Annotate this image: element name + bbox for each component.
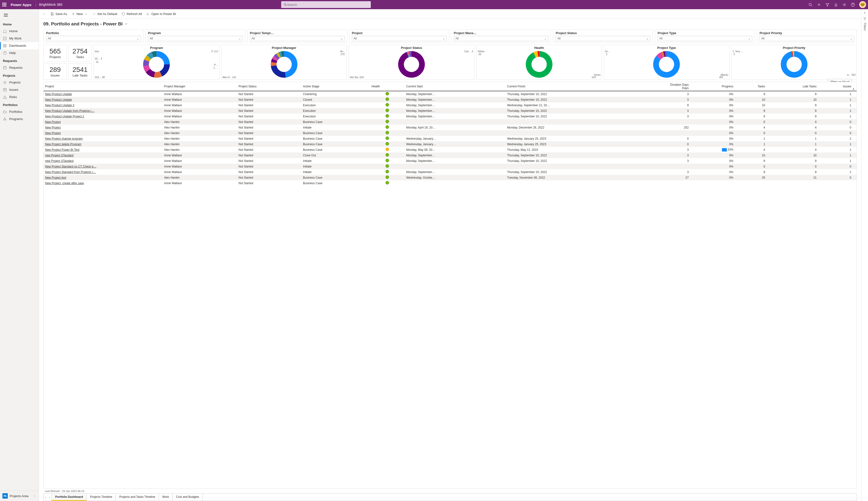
chart-project-manager[interactable]: Project ManagerAn…276Alex H…141 bbox=[221, 45, 347, 80]
project-link[interactable]: New Project Standard from Projects (… bbox=[45, 170, 96, 174]
column-header[interactable]: Tasks bbox=[735, 82, 766, 91]
table-row[interactable]: new Project STandardAnne WallaceNot Star… bbox=[44, 152, 857, 158]
table-row[interactable]: New ProjectAlex HankinNot StartedBusines… bbox=[44, 119, 857, 125]
chart-project-type[interactable]: Project TypeIm…3(Blank)491 bbox=[604, 45, 730, 80]
save-as-button[interactable]: Save As bbox=[50, 12, 67, 16]
project-link[interactable]: New Project test bbox=[45, 176, 66, 179]
sidebar-item-portfolios[interactable]: Portfolios bbox=[0, 108, 39, 116]
table-row[interactable]: New Project, create after saveAnne Walla… bbox=[44, 180, 857, 186]
project-link[interactable]: New Project delete Program bbox=[45, 142, 81, 146]
table-row[interactable]: New ProjectAlex HankinNot StartedInitiat… bbox=[44, 125, 857, 130]
hamburger-icon[interactable] bbox=[0, 10, 39, 20]
project-link[interactable]: New Project, create after save bbox=[45, 182, 84, 185]
tab-projects-timeline[interactable]: Projects Timeline bbox=[87, 494, 116, 501]
column-header[interactable]: Project Status bbox=[237, 82, 302, 91]
waffle-icon[interactable] bbox=[2, 2, 7, 7]
table-row[interactable]: New Project testAlex HankinNot StartedBu… bbox=[44, 175, 857, 180]
sidebar-item-help[interactable]: Help bbox=[0, 49, 39, 57]
chart-project-priority[interactable]: Project Priority1. Very …3a… 552 bbox=[731, 45, 857, 80]
global-search[interactable] bbox=[281, 1, 371, 8]
slicer-dropdown[interactable]: All⌄ bbox=[148, 36, 243, 41]
project-link[interactable]: New Product Update 3 bbox=[45, 104, 74, 107]
project-link[interactable]: New Product Update Project 2 bbox=[45, 115, 84, 118]
column-header[interactable]: Active Stage bbox=[302, 82, 370, 91]
filters-pane-collapsed[interactable]: Filters bbox=[861, 9, 868, 501]
table-row[interactable]: new Project STandardAnne WallaceNot Star… bbox=[44, 158, 857, 163]
tab-cost-and-budgets[interactable]: Cost and Budgets bbox=[173, 494, 203, 501]
column-header[interactable]: Issues bbox=[818, 82, 853, 91]
sidebar-item-risks[interactable]: Risks bbox=[0, 94, 39, 101]
slicer-dropdown[interactable]: All⌄ bbox=[760, 36, 854, 41]
chart-project-status[interactable]: Project StatusCan… 3Not Sta…528 bbox=[349, 45, 474, 80]
column-header[interactable]: Project bbox=[44, 82, 163, 91]
project-link[interactable]: new Project STandard bbox=[45, 159, 73, 163]
project-link[interactable]: New Project bbox=[45, 126, 61, 129]
new-button[interactable]: New bbox=[72, 12, 88, 16]
add-icon[interactable] bbox=[817, 3, 821, 7]
back-icon[interactable] bbox=[42, 12, 46, 16]
table-row[interactable]: New Project Power BI TestAlex HankinNot … bbox=[44, 147, 857, 152]
project-link[interactable]: New Project Power BI Test bbox=[45, 148, 80, 151]
table-row[interactable]: New Product UpdateAnne WallaceNot Starte… bbox=[44, 97, 857, 103]
area-switcher[interactable]: PA Projects Area bbox=[0, 491, 39, 501]
refresh-button[interactable]: Refresh All bbox=[122, 12, 142, 16]
slicer-dropdown[interactable]: All⌄ bbox=[352, 36, 447, 41]
search-input[interactable] bbox=[287, 3, 368, 7]
project-link[interactable]: New Product Update from Projects (… bbox=[45, 109, 94, 113]
project-link[interactable]: New Project bbox=[45, 131, 61, 135]
project-link[interactable]: New Product Update bbox=[45, 93, 72, 96]
sidebar-item-projects[interactable]: Projects bbox=[0, 79, 39, 86]
table-row[interactable]: New Project Standard from Projects (…Ann… bbox=[44, 169, 857, 175]
sidebar-item-home[interactable]: Home bbox=[0, 28, 39, 35]
column-header[interactable]: Project Manager bbox=[163, 82, 237, 91]
sidebar-item-issues[interactable]: Issues bbox=[0, 86, 39, 94]
slicer-dropdown[interactable]: All⌄ bbox=[46, 36, 141, 41]
sidebar-item-programs[interactable]: Programs bbox=[0, 116, 39, 123]
sidebar-item-dashboards[interactable]: Dashboards bbox=[0, 42, 39, 49]
project-link[interactable]: New Project Standard no CT Check e… bbox=[45, 165, 96, 168]
search-icon[interactable] bbox=[808, 3, 813, 7]
column-header[interactable]: Current Start bbox=[405, 82, 506, 91]
open-powerbi-button[interactable]: Open in Power BI bbox=[146, 12, 176, 16]
column-header[interactable]: Health bbox=[370, 82, 405, 91]
project-link[interactable]: New Project bbox=[45, 120, 61, 124]
chart-health[interactable]: HealthYellow26Green524 bbox=[477, 45, 602, 80]
chevron-down-icon[interactable] bbox=[125, 22, 128, 26]
column-header[interactable]: Duration DaysDays bbox=[625, 82, 690, 91]
prev-page-icon[interactable]: ‹ bbox=[44, 494, 48, 500]
slicer-dropdown[interactable]: All⌄ bbox=[454, 36, 548, 41]
tab-projects-and-tasks-timeline[interactable]: Projects and Tasks Timeline bbox=[116, 494, 159, 501]
table-row[interactable]: New Product Update Project 2Anne Wallace… bbox=[44, 114, 857, 119]
project-link[interactable]: New Product Update bbox=[45, 98, 72, 102]
table-row[interactable]: New Product Update 3Anne WallaceNot Star… bbox=[44, 103, 857, 108]
project-table[interactable]: ▭ ▭ ▭ ProjectProject ManagerProject Stat… bbox=[43, 82, 857, 489]
slicer-dropdown[interactable]: All⌄ bbox=[658, 36, 752, 41]
expand-icon[interactable] bbox=[863, 11, 867, 14]
tab-portfolio-dashboard[interactable]: Portfolio Dashboard bbox=[52, 494, 87, 501]
slicer-dropdown[interactable]: All⌄ bbox=[556, 36, 650, 41]
table-row[interactable]: New Project change programAlex HankinNot… bbox=[44, 136, 857, 141]
column-header[interactable]: Late Tasks bbox=[766, 82, 818, 91]
table-row[interactable]: New Project delete ProgramAlex HankinNot… bbox=[44, 141, 857, 147]
bell-icon[interactable] bbox=[834, 3, 838, 7]
table-row[interactable]: New Product UpdateAnne WallaceNot Starte… bbox=[44, 91, 857, 97]
project-link[interactable]: New Project change program bbox=[45, 137, 83, 140]
tab-work[interactable]: Work bbox=[159, 494, 173, 501]
set-default-button[interactable]: Set As Default bbox=[92, 12, 117, 16]
sort-caret-icon[interactable]: ▲ bbox=[852, 87, 855, 90]
column-header[interactable]: Current Finish bbox=[506, 82, 625, 91]
page-nav[interactable]: ‹› bbox=[44, 494, 52, 501]
column-header[interactable]: Progress bbox=[690, 82, 735, 91]
table-row[interactable]: New ProjectAlex HankinNot StartedBusines… bbox=[44, 130, 857, 136]
chart-program[interactable]: ProgramtestIT 11102… 331P…1…010… 88 bbox=[94, 45, 219, 80]
project-link[interactable]: new Project STandard bbox=[45, 154, 73, 157]
slicer-dropdown[interactable]: All⌄ bbox=[250, 36, 345, 41]
next-page-icon[interactable]: › bbox=[48, 494, 51, 500]
sidebar-item-my-work[interactable]: My Work bbox=[0, 35, 39, 42]
table-row[interactable]: New Project Standard no CT Check e…Anne … bbox=[44, 163, 857, 169]
gear-icon[interactable] bbox=[842, 3, 846, 7]
help-icon[interactable] bbox=[851, 3, 855, 7]
table-row[interactable]: New Product Update from Projects (…Anne … bbox=[44, 108, 857, 114]
user-avatar[interactable]: 🤓 bbox=[859, 1, 866, 8]
filter-icon[interactable] bbox=[825, 3, 829, 7]
